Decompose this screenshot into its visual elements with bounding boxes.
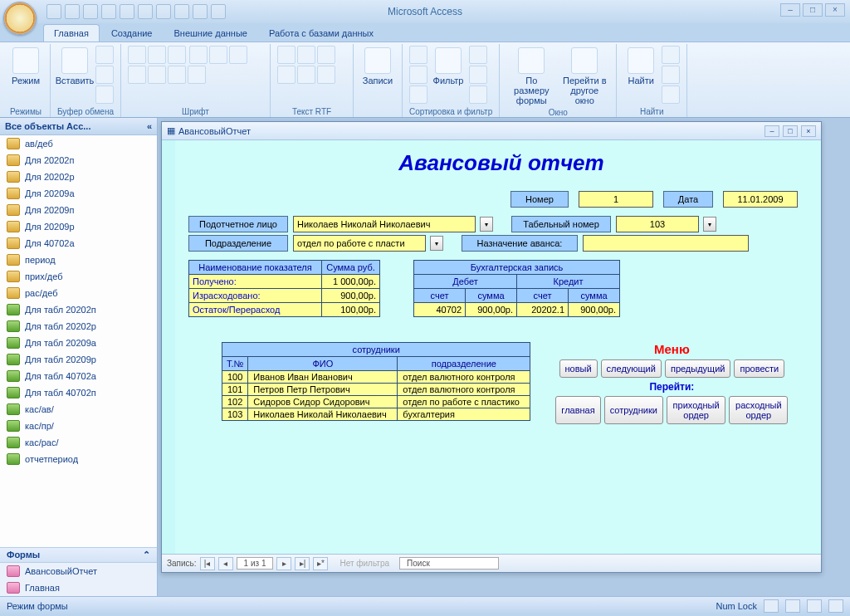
goto-icon[interactable] (662, 66, 680, 84)
view-design-icon[interactable] (828, 599, 843, 613)
numbering-icon[interactable] (297, 46, 315, 64)
qat-open-icon[interactable] (120, 4, 134, 19)
table-row[interactable]: 100Иванов Иван Ивановичотдел валютного к… (222, 371, 530, 384)
align-right-icon[interactable] (229, 46, 247, 64)
recnav-new-button[interactable]: ▸* (313, 557, 328, 570)
find-button[interactable]: Найти (623, 46, 658, 87)
italic-icon[interactable] (148, 46, 166, 64)
tabnum-dropdown-icon[interactable]: ▾ (703, 217, 716, 232)
highlight-icon[interactable] (297, 66, 315, 84)
nav-item[interactable]: кас/пр/ (0, 418, 157, 434)
dept-dropdown-icon[interactable]: ▾ (430, 236, 443, 251)
gridlines-icon[interactable] (168, 66, 186, 84)
nav-item[interactable]: Для табл 20209а (0, 335, 157, 351)
nav-item[interactable]: Для 20209п (0, 202, 157, 218)
maximize-button[interactable]: □ (803, 3, 823, 17)
form-minimize-button[interactable]: – (765, 125, 779, 137)
menu-button-следующий[interactable]: следующий (601, 359, 662, 378)
nav-item[interactable]: Для 20202п (0, 152, 157, 169)
recnav-first-button[interactable]: |◂ (200, 557, 215, 570)
nav-list[interactable]: ав/дебДля 20202пДля 20202рДля 20209аДля … (0, 135, 157, 547)
menu-button-предыдущий[interactable]: предыдущий (665, 359, 731, 378)
qat-refresh-icon[interactable] (193, 4, 208, 19)
nav-item[interactable]: Для 20202р (0, 169, 157, 185)
copy-icon[interactable] (95, 66, 114, 84)
qat-save-icon[interactable] (46, 4, 61, 19)
nav-item[interactable]: кас/ав/ (0, 401, 157, 418)
qat-more-icon[interactable] (174, 4, 189, 19)
view-datasheet-icon[interactable] (785, 599, 800, 613)
sort-desc-icon[interactable] (409, 66, 427, 84)
qat-redo-icon[interactable] (83, 4, 98, 19)
recnav-last-button[interactable]: ▸| (295, 557, 310, 570)
nav-item[interactable]: период (0, 252, 157, 268)
fill-color-icon[interactable] (148, 66, 166, 84)
field-date[interactable]: 11.01.2009 (723, 191, 798, 208)
menu-button-сотрудники[interactable]: сотрудники (604, 396, 663, 424)
format-painter-icon[interactable] (95, 86, 114, 104)
menu-button-расходный-ордер[interactable]: расходный ордер (729, 396, 788, 424)
tab-dbtools[interactable]: Работа с базами данных (259, 25, 383, 42)
recnav-search[interactable]: Поиск (399, 557, 499, 570)
menu-button-приходный-ордер[interactable]: приходный ордер (667, 396, 725, 424)
paste-button[interactable]: Вставить (57, 46, 92, 87)
replace-icon[interactable] (662, 46, 680, 64)
advanced-filter-icon[interactable] (469, 66, 487, 84)
nav-item[interactable]: Для табл 20202р (0, 318, 157, 335)
altrow-icon[interactable] (188, 66, 206, 84)
view-layout-icon[interactable] (807, 599, 822, 613)
view-button[interactable]: Режим (8, 46, 43, 87)
indent-dec-icon[interactable] (317, 46, 335, 64)
qat-dropdown-icon[interactable] (211, 4, 226, 19)
recnav-next-button[interactable]: ▸ (276, 557, 291, 570)
field-purpose[interactable] (583, 235, 749, 252)
tab-home[interactable]: Главная (43, 24, 100, 42)
cut-icon[interactable] (95, 46, 114, 64)
person-dropdown-icon[interactable]: ▾ (480, 217, 493, 232)
indent-inc-icon[interactable] (277, 66, 296, 84)
bold-icon[interactable] (128, 46, 146, 64)
view-form-icon[interactable] (764, 599, 779, 613)
nav-item[interactable]: отчетпериод (0, 451, 157, 467)
form-maximize-button[interactable]: □ (783, 125, 798, 137)
align-left-icon[interactable] (189, 46, 208, 64)
clear-sort-icon[interactable] (409, 86, 427, 104)
filter-button[interactable]: Фильтр (431, 46, 466, 87)
nav-item[interactable]: прих/деб (0, 268, 157, 285)
qat-new-icon[interactable] (101, 4, 116, 19)
qat-print-icon[interactable] (138, 4, 153, 19)
nav-item[interactable]: рас/деб (0, 285, 157, 301)
nav-item[interactable]: Для 40702а (0, 235, 157, 252)
qat-undo-icon[interactable] (65, 4, 80, 19)
nav-item[interactable]: Для табл 40702п (0, 384, 157, 401)
nav-form-item[interactable]: АвансовыйОтчет (0, 563, 157, 579)
font-color-icon[interactable] (128, 66, 146, 84)
nav-item[interactable]: Для табл 40702а (0, 368, 157, 384)
switch-window-button[interactable]: Перейти в другое окно (559, 46, 609, 107)
nav-item[interactable]: Для табл 20202п (0, 301, 157, 318)
minimize-button[interactable]: – (780, 3, 800, 17)
close-button[interactable]: × (825, 3, 845, 17)
nav-item[interactable]: Для 20209а (0, 185, 157, 202)
table-row[interactable]: 101Петров Петр Петровичотдел валютного к… (222, 384, 530, 396)
chevron-left-icon[interactable]: « (147, 121, 152, 131)
menu-button-провести[interactable]: провести (734, 359, 784, 378)
underline-icon[interactable] (168, 46, 186, 64)
nav-item[interactable]: Для табл 20209р (0, 351, 157, 368)
recnav-prev-button[interactable]: ◂ (218, 557, 233, 570)
bullets-icon[interactable] (277, 46, 296, 64)
fit-form-button[interactable]: По размеру формы (506, 46, 556, 107)
nav-header[interactable]: Все объекты Acc...« (0, 118, 157, 135)
tab-external[interactable]: Внешние данные (164, 25, 257, 42)
toggle-filter-icon[interactable] (469, 86, 487, 104)
align-center-icon[interactable] (209, 46, 227, 64)
table-row[interactable]: 103Николаев Николай Николаевичбухгалтери… (222, 408, 530, 421)
sort-asc-icon[interactable] (409, 46, 427, 64)
ltr-icon[interactable] (317, 66, 335, 84)
qat-preview-icon[interactable] (156, 4, 171, 19)
nav-group-forms[interactable]: Формы⌃ (0, 547, 157, 563)
office-button[interactable] (3, 2, 37, 35)
field-number[interactable]: 1 (579, 191, 653, 208)
field-tabnum[interactable]: 103 (616, 216, 699, 232)
table-row[interactable]: 102Сидоров Сидор Сидоровичотдел по работ… (222, 396, 530, 408)
